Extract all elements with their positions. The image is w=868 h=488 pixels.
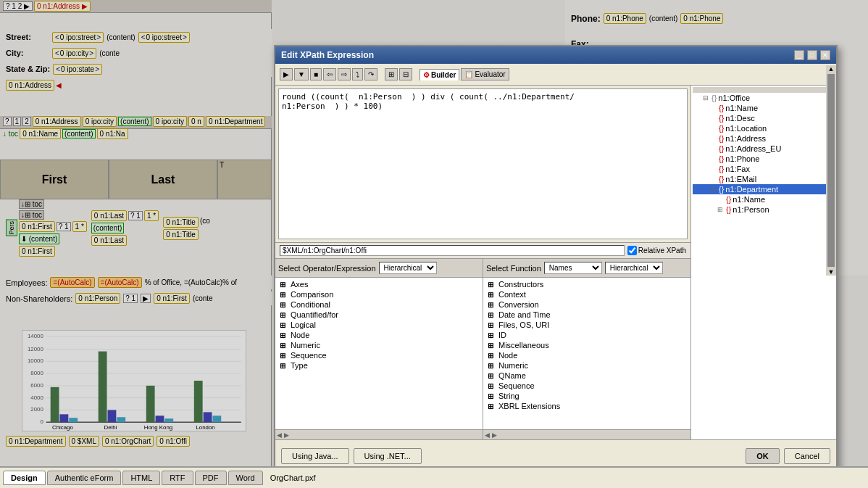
list-item-files[interactable]: ⊞ Files, OS, URI (485, 320, 689, 330)
list-item-context[interactable]: ⊞ Context (485, 289, 689, 299)
tree-panel: ▲ ⊟ {} n1:Office {} n1:Name {} n1:Desc (691, 86, 836, 439)
tree-item-n1fax[interactable]: {} n1:Fax (693, 164, 835, 174)
selector-area: Select Operator/Expression Hierarchical … (275, 258, 690, 439)
edit-xpath-dialog: Edit XPath Expression _ □ ✕ ▶ ▼ ■ ⇦ ⇨ ⤵ … (274, 45, 838, 473)
list-item-miscellaneous[interactable]: ⊞ Miscellaneous (485, 340, 689, 350)
selector-right-label: Select Function (486, 264, 541, 273)
selector-left-dropdown[interactable]: Hierarchical (379, 262, 437, 274)
list-item-quantified[interactable]: ⊞ Quantified/for (277, 310, 481, 320)
list-item-qname[interactable]: ⊞ QName (485, 371, 689, 381)
expression-editor[interactable]: round ((count( n1:Person ) ) div ( count… (278, 88, 688, 239)
selector-right-list: ⊞ Constructors ⊞ Context ⊞ Conversion (483, 278, 690, 429)
tree-item-n1address-eu[interactable]: {} n1:Address_EU (693, 144, 835, 154)
list-item-type[interactable]: ⊞ Type (277, 360, 481, 371)
expand-conditional: ⊞ (280, 301, 288, 309)
expand-node: ⊞ (280, 331, 288, 339)
expand-quantified: ⊞ (280, 311, 288, 319)
tab-html[interactable]: HTML (122, 471, 160, 485)
list-item-logical[interactable]: ⊞ Logical (277, 320, 481, 330)
list-item-conversion[interactable]: ⊞ Conversion (485, 299, 689, 310)
minimize-button[interactable]: _ (794, 50, 804, 60)
using-net-button[interactable]: Using .NET... (354, 448, 422, 464)
step-back[interactable]: ⇦ (323, 68, 336, 80)
selector-left-list: ⊞ Axes ⊞ Comparison ⊞ Conditional ⊞ (275, 278, 483, 429)
mode-2[interactable]: ⊟ (399, 68, 412, 80)
expand-logical: ⊞ (280, 321, 288, 329)
mode-1[interactable]: ⊞ (385, 68, 398, 80)
list-item-date-time[interactable]: ⊞ Date and Time (485, 310, 689, 320)
list-item-axes[interactable]: ⊞ Axes (277, 279, 481, 289)
list-item-sequence[interactable]: ⊞ Sequence (277, 350, 481, 360)
tree-item-n1name-2[interactable]: {} n1:Name (693, 194, 835, 204)
expand-office-icon: ⊟ (703, 94, 710, 102)
tree-item-n1desc[interactable]: {} n1:Desc (693, 113, 835, 123)
selector-left-label: Select Operator/Expression (278, 264, 376, 273)
stop-button[interactable]: ■ (310, 68, 322, 80)
tree-item-n1address[interactable]: {} n1:Address (693, 133, 835, 144)
evaluator-tab[interactable]: 📋 Evaluator (461, 68, 509, 80)
using-java-button[interactable]: Using Java... (281, 448, 349, 464)
modal-toolbar: ▶ ▼ ■ ⇦ ⇨ ⤵ ↷ ⊞ ⊟ ⚙ Builder 📋 Evaluator (275, 64, 836, 86)
tree-scroll-top[interactable]: ▲ (693, 87, 835, 93)
tab-word[interactable]: Word (228, 471, 263, 485)
tree-item-n1person[interactable]: ⊞ {} n1:Person (693, 204, 835, 215)
list-item-constructors[interactable]: ⊞ Constructors (485, 279, 689, 289)
tree-item-n1office[interactable]: ⊟ {} n1:Office (693, 93, 835, 103)
tree-item-n1department[interactable]: ⊟ {} n1:Department (693, 184, 835, 194)
expand-axes: ⊞ (280, 281, 288, 289)
list-item-xbrl[interactable]: ⊞ XBRL Extensions (485, 401, 689, 411)
selector-right-dropdown1[interactable]: Names (544, 262, 602, 274)
expression-panel: round ((count( n1:Person ) ) div ( count… (275, 86, 691, 439)
bottom-tab-bar: Design Authentic eForm HTML RTF PDF Word… (0, 466, 868, 488)
list-item-sequence-r[interactable]: ⊞ Sequence (485, 381, 689, 391)
cancel-button[interactable]: Cancel (784, 448, 830, 464)
maximize-button[interactable]: □ (807, 50, 817, 60)
selector-right-dropdown2[interactable]: Hierarchical (605, 262, 663, 274)
step-fwd[interactable]: ⇨ (338, 68, 351, 80)
selector-right: Select Function Names Hierarchical ⊞ Con… (483, 259, 690, 439)
list-item-node-r[interactable]: ⊞ Node (485, 350, 689, 360)
tab-design[interactable]: Design (3, 471, 46, 485)
close-button[interactable]: ✕ (820, 50, 830, 60)
file-label: OrgChart.pxf (270, 473, 316, 482)
selector-right-scrollbar[interactable]: ◀ ▶ (483, 429, 690, 439)
tree-item-n1name[interactable]: {} n1:Name (693, 103, 835, 113)
tab-pdf[interactable]: PDF (195, 471, 227, 485)
run-button[interactable]: ▶ (280, 68, 293, 80)
footer-left-buttons: Using Java... Using .NET... (281, 448, 422, 464)
list-item-comparison[interactable]: ⊞ Comparison (277, 289, 481, 299)
selector-left-scrollbar[interactable]: ◀ ▶ (275, 429, 483, 439)
list-item-numeric[interactable]: ⊞ Numeric (277, 340, 481, 350)
list-item-id[interactable]: ⊞ ID (485, 330, 689, 340)
tab-authentic[interactable]: Authentic eForm (47, 471, 122, 485)
tree-item-n1location[interactable]: {} n1:Location (693, 123, 835, 133)
step-over[interactable]: ⤵ (352, 68, 363, 80)
tree-content: ▲ ⊟ {} n1:Office {} n1:Name {} n1:Desc (691, 86, 836, 439)
modal-body: round ((count( n1:Person ) ) div ( count… (275, 86, 836, 439)
expand-sequence: ⊞ (280, 352, 288, 360)
tree-item-n1phone[interactable]: {} n1:Phone (693, 154, 835, 164)
list-item-numeric-r[interactable]: ⊞ Numeric (485, 360, 689, 371)
modal-title: Edit XPath Expression (281, 50, 374, 60)
footer-right-buttons: OK Cancel (746, 448, 830, 464)
tab-rtf[interactable]: RTF (162, 471, 193, 485)
relative-xpath-checkbox[interactable]: Relative XPath (627, 246, 686, 255)
list-item-conditional[interactable]: ⊞ Conditional (277, 299, 481, 310)
modal-window-controls: _ □ ✕ (794, 50, 830, 60)
dropdown-run[interactable]: ▼ (294, 68, 309, 80)
step-into[interactable]: ↷ (364, 68, 377, 80)
ok-button[interactable]: OK (746, 448, 780, 464)
builder-tab[interactable]: ⚙ Builder (420, 69, 459, 80)
expand-comparison: ⊞ (280, 291, 288, 299)
selector-right-header: Select Function Names Hierarchical (483, 259, 690, 278)
tree-item-n1email[interactable]: {} n1:EMail (693, 174, 835, 184)
selector-left-header: Select Operator/Expression Hierarchical (275, 259, 483, 278)
selector-left: Select Operator/Expression Hierarchical … (275, 259, 483, 439)
list-item-node[interactable]: ⊞ Node (277, 330, 481, 340)
xpath-path-input[interactable] (280, 245, 625, 256)
expand-numeric: ⊞ (280, 342, 288, 350)
list-item-string[interactable]: ⊞ String (485, 391, 689, 401)
modal-titlebar: Edit XPath Expression _ □ ✕ (275, 46, 836, 64)
expand-type: ⊞ (280, 362, 288, 370)
tree-scrollbar[interactable]: ▲ ▼ (826, 86, 836, 276)
